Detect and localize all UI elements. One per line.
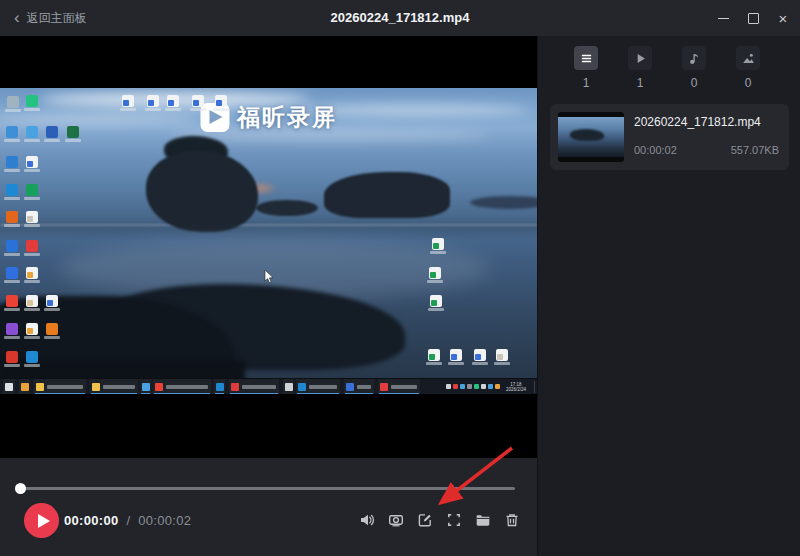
folder-icon [475, 512, 491, 528]
taskbar-item-wps-office [229, 379, 279, 394]
desktop-icon-word [46, 126, 58, 138]
titlebar: ‹ 返回主面板 20260224_171812.mp4 × [0, 0, 800, 36]
file-list-item[interactable]: 20260224_171812.mp4 00:00:02 557.07KB [550, 104, 789, 170]
taskbar-clock: 17:18 2026/2/24 [500, 382, 532, 392]
desktop-icon-firefox [6, 211, 18, 223]
tray-icon [495, 384, 500, 389]
desktop-icon-app-green [26, 184, 38, 196]
file-size: 557.07KB [731, 144, 779, 156]
tab-count-video: 1 [620, 76, 660, 90]
taskbar-item-internet-explorer [140, 379, 151, 394]
mouse-cursor [264, 270, 274, 284]
tray-icon [488, 384, 493, 389]
video-frame[interactable]: 福昕录屏 17:18 2026/2/24 [0, 88, 537, 394]
desktop-icon-app-blue-arrow [6, 240, 18, 252]
taskbar-item-folder-1 [34, 379, 86, 394]
taskbar-item-menu [19, 379, 29, 394]
edge-icon [216, 383, 224, 391]
minimize-icon [718, 18, 729, 19]
volume-button[interactable] [359, 512, 375, 528]
taskbar-item-start [3, 379, 15, 394]
desktop-icon-word-doc-top-5 [215, 95, 227, 107]
fullscreen-icon [446, 512, 462, 528]
chrome-icon [155, 383, 163, 391]
desktop-icon-excel [67, 126, 79, 138]
close-icon: × [779, 11, 788, 26]
back-button[interactable]: ‹ 返回主面板 [0, 0, 101, 36]
desktop-icon-excel-doc-1 [432, 238, 444, 250]
desktop-icon-app-colorful [6, 323, 18, 335]
open-folder-button[interactable] [475, 512, 491, 528]
screenshot-button[interactable] [388, 512, 404, 528]
desktop-icon-text-doc [26, 211, 38, 223]
desktop-icon-word-doc-top-1 [122, 95, 134, 107]
desktop-icon-photos [26, 126, 38, 138]
desktop-icon-text-doc-mid [496, 349, 508, 361]
desktop-icon-word-doc [26, 156, 38, 168]
edit-icon [417, 512, 433, 528]
file-duration: 00:00:02 [634, 144, 677, 156]
playback-controls: 00:00:00 / 00:00:02 [0, 458, 537, 556]
desktop-icon-word-doc-2 [46, 295, 58, 307]
desktop-icon-security-shield [6, 267, 18, 279]
sidebar-tabs: 1100 [538, 36, 800, 96]
camera-icon [388, 512, 404, 528]
tray-icon [460, 384, 465, 389]
seek-bar[interactable] [20, 487, 515, 490]
tray-icon [453, 384, 458, 389]
file-thumbnail [558, 112, 624, 162]
tab-audio[interactable] [682, 46, 706, 70]
desktop-icon-excel-doc-2 [429, 267, 441, 279]
fullscreen-button[interactable] [446, 512, 462, 528]
window-controls: × [708, 0, 798, 36]
app-icon [285, 383, 293, 391]
edit-button[interactable] [417, 512, 433, 528]
tab-video[interactable] [628, 46, 652, 70]
desktop-icon-doc-orange [26, 267, 38, 279]
time-display: 00:00:00 / 00:00:02 [64, 513, 191, 528]
desktop-icon-chrome [6, 295, 18, 307]
close-button[interactable]: × [768, 0, 798, 36]
trash-icon [504, 512, 520, 528]
delete-button[interactable] [504, 512, 520, 528]
maximize-button[interactable] [738, 0, 768, 36]
desktop-icon-app-orange [46, 323, 58, 335]
image-icon [741, 51, 756, 66]
menu-icon [21, 383, 29, 391]
total-duration: 00:00:02 [138, 513, 191, 528]
tab-video-list[interactable] [574, 46, 598, 70]
start-icon [5, 383, 13, 391]
taskbar-item-word-window [344, 379, 374, 394]
taskbar-item-foxit-recorder [378, 379, 420, 394]
taskbar-item-edge-window [296, 379, 340, 394]
word-window-icon [346, 383, 354, 391]
desktop-icon-hp-camera [6, 126, 18, 138]
play-icon [633, 51, 648, 66]
chevron-left-icon: ‹ [14, 9, 20, 26]
internet-explorer-icon [142, 383, 150, 391]
desktop-icon-app-red-bird [6, 351, 18, 363]
folder-2-icon [92, 383, 100, 391]
window-title: 20260224_171812.mp4 [331, 0, 470, 36]
desktop-icon-media-player [26, 240, 38, 252]
desktop-icon-edge [6, 184, 18, 196]
tab-count-video-list: 1 [566, 76, 606, 90]
file-name: 20260224_171812.mp4 [634, 115, 761, 129]
note-icon [687, 51, 702, 66]
taskbar-item-folder-2 [90, 379, 138, 394]
play-button[interactable] [24, 503, 59, 538]
volume-icon [359, 512, 375, 528]
video-taskbar: 17:18 2026/2/24 [0, 378, 537, 394]
tab-count-image: 0 [728, 76, 768, 90]
show-desktop-divider [534, 381, 535, 393]
current-time: 00:00:00 [64, 513, 118, 528]
desktop-icon-doc-orange-2 [26, 323, 38, 335]
taskbar-item-edge [214, 379, 225, 394]
back-label: 返回主面板 [27, 10, 87, 27]
tray-icon [446, 384, 451, 389]
desktop-icon-word-doc-mid-1 [450, 349, 462, 361]
minimize-button[interactable] [708, 0, 738, 36]
list-icon [579, 51, 594, 66]
seek-handle[interactable] [15, 483, 26, 494]
tab-image[interactable] [736, 46, 760, 70]
